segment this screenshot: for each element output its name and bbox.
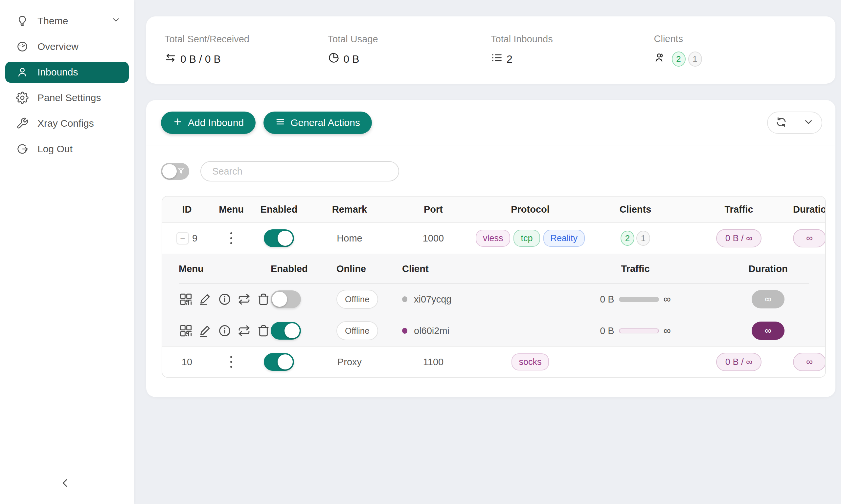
sidebar-item-inbounds[interactable]: Inbounds <box>5 62 129 83</box>
reset-traffic-button[interactable] <box>237 292 251 307</box>
subcol-header-enabled: Enabled <box>271 264 337 274</box>
sidebar-item-overview[interactable]: Overview <box>5 36 129 57</box>
subtable-header-row: Menu Enabled Online Client Traffic Durat… <box>179 254 809 283</box>
stat-label: Total Inbounds <box>491 34 654 44</box>
reset-traffic-button[interactable] <box>237 323 251 338</box>
inbound-remark: Proxy <box>307 357 392 367</box>
traffic-progress-bar <box>619 297 659 302</box>
inbound-row-9: − 9 Home 1000 vless tcp Reality 2 1 <box>162 223 825 254</box>
stat-clients: Clients 2 1 <box>654 34 817 67</box>
inbound-id: 10 <box>182 357 192 367</box>
traffic-limit: ∞ <box>664 325 671 337</box>
gear-icon <box>16 91 29 104</box>
lightbulb-icon <box>16 15 29 28</box>
edit-button[interactable] <box>198 292 213 307</box>
clients-enabled-badge: 2 <box>621 231 634 246</box>
inbound-row-10: 10 Proxy 1100 socks 0 B / ∞ ∞ <box>162 346 825 377</box>
collapse-row-button[interactable]: − <box>176 232 189 245</box>
qr-code-button[interactable] <box>179 323 193 338</box>
sidebar-item-label: Xray Configs <box>37 118 94 129</box>
edit-button[interactable] <box>198 323 213 338</box>
sidebar-item-label: Log Out <box>37 143 73 155</box>
sidebar-item-label: Overview <box>37 41 79 52</box>
clients-subtable: Menu Enabled Online Client Traffic Durat… <box>162 254 825 346</box>
sidebar-item-label: Inbounds <box>37 67 78 78</box>
traffic-pill: 0 B / ∞ <box>716 229 761 247</box>
toolbar: Add Inbound General Actions <box>146 111 836 134</box>
sidebar-item-xray-configs[interactable]: Xray Configs <box>5 113 129 134</box>
arrows-swap-icon <box>165 52 176 66</box>
app-root: Theme Overview Inbounds Panel Settings <box>0 0 841 504</box>
add-inbound-button[interactable]: Add Inbound <box>161 111 256 134</box>
subcol-header-traffic: Traffic <box>543 264 727 274</box>
col-header-clients: Clients <box>586 204 685 215</box>
general-actions-button[interactable]: General Actions <box>263 111 372 134</box>
filter-toggle[interactable] <box>161 163 189 180</box>
online-status-badge: Offline <box>337 321 378 340</box>
col-header-traffic: Traffic <box>685 204 793 215</box>
protocol-tag-socks[interactable]: socks <box>512 354 549 371</box>
col-header-enabled: Enabled <box>251 204 307 215</box>
chevron-down-icon <box>803 116 814 129</box>
filter-funnel-icon <box>177 166 185 176</box>
protocol-tag-reality[interactable]: Reality <box>543 230 585 247</box>
sidebar-collapse-button[interactable] <box>58 476 72 491</box>
inbounds-table: ID Menu Enabled Remark Port Protocol Cli… <box>161 196 826 378</box>
refresh-options-button[interactable] <box>795 112 822 133</box>
col-header-menu: Menu <box>211 204 251 215</box>
pie-chart-icon <box>328 52 340 66</box>
subcol-header-online: Online <box>337 264 402 274</box>
stat-value: 0 B / 0 B <box>181 53 221 65</box>
inbound-id: 9 <box>192 233 198 244</box>
row-menu-button[interactable] <box>228 230 234 246</box>
clients-disabled-badge: 1 <box>636 231 650 246</box>
delete-button[interactable] <box>256 292 271 307</box>
inbound-port: 1000 <box>392 233 474 244</box>
table-header-row: ID Menu Enabled Remark Port Protocol Cli… <box>162 197 825 223</box>
inbounds-card: Add Inbound General Actions <box>146 100 836 397</box>
sidebar-item-label: Panel Settings <box>37 92 101 103</box>
row-menu-button[interactable] <box>228 354 234 370</box>
info-button[interactable] <box>218 323 232 338</box>
sidebar-item-theme[interactable]: Theme <box>5 11 129 32</box>
client-row-xi07ycqg: Offline xi07ycqg 0 B ∞ ∞ <box>179 283 809 315</box>
qr-code-button[interactable] <box>179 292 193 307</box>
duration-pill: ∞ <box>752 290 785 308</box>
sidebar-item-log-out[interactable]: Log Out <box>5 139 129 160</box>
traffic-used: 0 B <box>600 294 614 305</box>
hamburger-menu-icon <box>275 117 285 129</box>
search-input[interactable] <box>201 161 399 181</box>
main-content: Total Sent/Received 0 B / 0 B Total Usag… <box>134 0 841 504</box>
info-button[interactable] <box>218 292 232 307</box>
wrench-icon <box>16 117 29 130</box>
stat-value: 0 B <box>344 53 359 65</box>
client-enabled-toggle[interactable] <box>271 322 301 340</box>
stat-value: 2 <box>507 53 513 65</box>
refresh-button[interactable] <box>768 112 795 133</box>
col-header-protocol: Protocol <box>474 204 586 215</box>
inbound-enabled-toggle[interactable] <box>264 353 294 371</box>
client-enabled-toggle[interactable] <box>271 290 301 308</box>
delete-button[interactable] <box>256 323 271 338</box>
sidebar-item-label: Theme <box>37 15 68 26</box>
subcol-header-menu: Menu <box>179 264 271 274</box>
inbound-remark: Home <box>307 233 392 244</box>
col-header-remark: Remark <box>307 204 392 215</box>
stat-label: Clients <box>654 34 817 44</box>
logout-icon <box>16 142 29 156</box>
toggle-knob <box>162 164 177 179</box>
stat-total-inbounds: Total Inbounds 2 <box>491 34 654 66</box>
traffic-progress-bar <box>619 328 659 334</box>
stat-total-sent-received: Total Sent/Received 0 B / 0 B <box>165 34 328 66</box>
plus-icon <box>173 117 183 129</box>
col-header-port: Port <box>392 204 474 215</box>
protocol-tag-vless[interactable]: vless <box>476 230 511 247</box>
refresh-icon <box>776 116 787 129</box>
protocol-tag-tcp[interactable]: tcp <box>513 230 540 247</box>
inbound-enabled-toggle[interactable] <box>264 229 294 247</box>
sidebar-item-panel-settings[interactable]: Panel Settings <box>5 87 129 108</box>
traffic-pill: 0 B / ∞ <box>716 353 761 371</box>
chevron-down-icon <box>111 15 121 27</box>
refresh-button-group <box>767 111 822 134</box>
stat-total-usage: Total Usage 0 B <box>328 34 491 66</box>
